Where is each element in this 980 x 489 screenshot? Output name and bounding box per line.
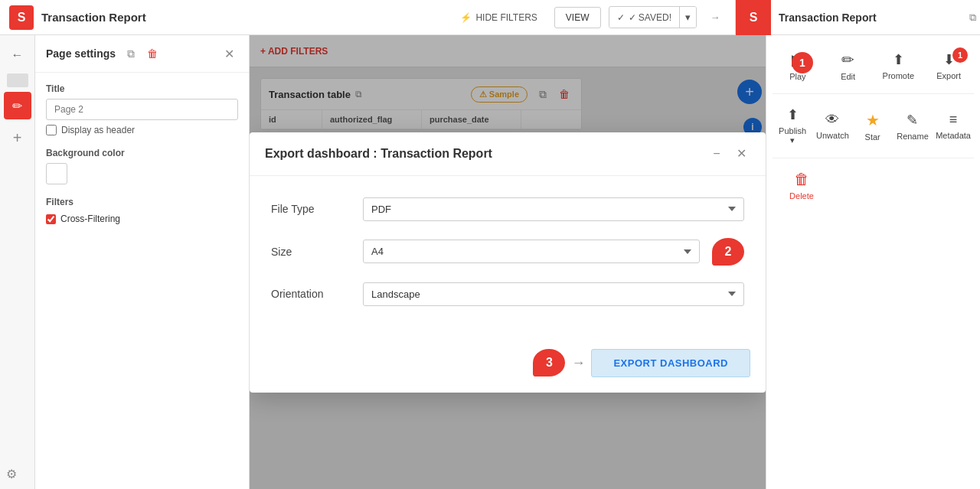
publish-label: Publish ▾ bbox=[776, 126, 809, 145]
toolbar-divider bbox=[773, 93, 974, 94]
title-field-label: Title bbox=[46, 83, 238, 94]
star-icon: ★ bbox=[866, 111, 880, 129]
export-button-row: 3 → EXPORT DASHBOARD bbox=[533, 349, 750, 377]
right-toolbar-delete-row: 🗑 Delete bbox=[766, 161, 980, 210]
metadata-icon: ≡ bbox=[949, 112, 958, 128]
color-swatch[interactable] bbox=[46, 163, 67, 184]
top-bar-right: S Transaction Report ⧉ bbox=[735, 0, 980, 34]
display-as-header-checkbox[interactable] bbox=[46, 125, 57, 135]
unwatch-label: Unwatch bbox=[816, 131, 849, 140]
toolbar-rename-button[interactable]: ✎ Rename bbox=[893, 100, 933, 152]
view-button[interactable]: VIEW bbox=[554, 7, 601, 28]
background-color-group: Background color bbox=[46, 148, 238, 184]
export-label: Export bbox=[936, 71, 961, 80]
saved-button[interactable]: ✓ ✓ SAVED! bbox=[609, 8, 679, 28]
right-page-title: Transaction Report bbox=[771, 11, 965, 24]
display-as-header-label: Display as header bbox=[61, 125, 135, 135]
toolbar-promote-button[interactable]: ⬆ Promote bbox=[874, 44, 924, 87]
toolbar-metadata-button[interactable]: ≡ Metadata bbox=[933, 100, 974, 152]
orientation-select[interactable]: Landscape Portrait bbox=[363, 282, 744, 306]
check-icon: ✓ bbox=[617, 12, 625, 23]
promote-icon: ⬆ bbox=[893, 51, 904, 68]
panel-delete-button[interactable]: 🗑 bbox=[143, 44, 162, 63]
title-input[interactable] bbox=[46, 99, 238, 120]
edit-label: Edit bbox=[841, 72, 855, 81]
top-bar: S Transaction Report ⚡ HIDE FILTERS VIEW… bbox=[0, 0, 980, 35]
modal-body: File Type PDF PNG CSV Size A4 A3 Letter bbox=[250, 176, 766, 338]
cross-filtering-checkbox[interactable] bbox=[46, 214, 56, 224]
toolbar-star-button[interactable]: ★ Star bbox=[853, 100, 893, 152]
size-label: Size bbox=[271, 246, 363, 258]
tutorial-badge-3: 3 bbox=[533, 349, 565, 377]
rename-icon: ✎ bbox=[906, 112, 918, 129]
modal-close-button[interactable]: ✕ bbox=[732, 145, 750, 163]
unwatch-icon: 👁 bbox=[825, 112, 839, 128]
file-type-label: File Type bbox=[271, 203, 363, 215]
star-label: Star bbox=[865, 132, 880, 142]
metadata-label: Metadata bbox=[936, 131, 971, 140]
right-toolbar: ▶ Play ✏ Edit ⬆ Promote 1 ⬇ Export bbox=[766, 35, 980, 489]
modal-header: Export dashboard : Transaction Report − … bbox=[250, 132, 766, 176]
size-row: Size A4 A3 Letter 2 bbox=[271, 238, 744, 266]
right-app-icon[interactable]: S bbox=[736, 0, 771, 35]
copy-icon[interactable]: ⧉ bbox=[965, 11, 980, 24]
navigate-arrow[interactable]: → bbox=[704, 7, 726, 28]
delete-label: Delete bbox=[789, 191, 814, 200]
toolbar-back-icon[interactable]: ← bbox=[4, 41, 31, 69]
left-toolbar: ← ✏ + ⚙ bbox=[0, 35, 35, 489]
right-toolbar-row2: ⬆ Publish ▾ 👁 Unwatch ★ Star ✎ Rename bbox=[766, 97, 980, 155]
content-area: + ADD FILTERS Transaction table ⧉ ⚠ Samp… bbox=[250, 35, 766, 489]
page-settings-panel: Page settings ⧉ 🗑 ✕ Title Display as hea… bbox=[35, 35, 250, 489]
display-as-header-row: Display as header bbox=[46, 125, 238, 135]
orientation-label: Orientation bbox=[271, 288, 363, 300]
panel-duplicate-button[interactable]: ⧉ bbox=[122, 44, 140, 63]
tutorial-badge-2: 2 bbox=[712, 238, 744, 266]
cross-filtering-label: Cross-Filtering bbox=[60, 214, 120, 224]
toolbar-export-button[interactable]: 1 ⬇ Export bbox=[923, 44, 974, 87]
panel-header: Page settings ⧉ 🗑 ✕ bbox=[35, 35, 249, 73]
toolbar-unwatch-button[interactable]: 👁 Unwatch bbox=[812, 100, 852, 152]
delete-icon: 🗑 bbox=[794, 171, 809, 188]
toolbar-delete-button[interactable]: 🗑 Delete bbox=[779, 165, 825, 207]
title-field-group: Title Display as header bbox=[46, 83, 238, 135]
export-dashboard-button[interactable]: EXPORT DASHBOARD bbox=[591, 349, 750, 377]
toolbar-pencil-icon[interactable]: ✏ bbox=[4, 92, 31, 119]
hide-filters-button[interactable]: ⚡ HIDE FILTERS bbox=[451, 8, 546, 28]
rename-label: Rename bbox=[897, 132, 929, 141]
chevron-down-icon: ▾ bbox=[685, 11, 691, 23]
modal-footer: 3 → EXPORT DASHBOARD bbox=[250, 338, 766, 393]
size-select[interactable]: A4 A3 Letter bbox=[363, 240, 700, 263]
background-color-label: Background color bbox=[46, 148, 238, 158]
panel-close-button[interactable]: ✕ bbox=[220, 44, 238, 63]
export-badge: 1 bbox=[952, 47, 968, 63]
panel-title: Page settings bbox=[46, 47, 116, 60]
toolbar-add-icon[interactable]: + bbox=[4, 124, 31, 152]
orientation-row: Orientation Landscape Portrait bbox=[271, 282, 744, 306]
tutorial-arrow-3: → bbox=[571, 355, 585, 371]
top-bar-left: S Transaction Report ⚡ HIDE FILTERS VIEW… bbox=[0, 5, 735, 30]
file-type-select[interactable]: PDF PNG CSV bbox=[363, 197, 744, 221]
toolbar-divider-2 bbox=[773, 158, 974, 158]
panel-content: Title Display as header Background color… bbox=[35, 73, 249, 235]
settings-icon[interactable]: ⚙ bbox=[6, 467, 17, 481]
page-title: Transaction Report bbox=[41, 11, 146, 24]
saved-dropdown-button[interactable]: ▾ bbox=[679, 7, 696, 28]
file-type-row: File Type PDF PNG CSV bbox=[271, 197, 744, 221]
publish-icon: ⬆ bbox=[787, 106, 799, 123]
toolbar-pages-icon[interactable] bbox=[7, 73, 28, 87]
main-layout: ← ✏ + ⚙ Page settings ⧉ 🗑 ✕ Title Dis bbox=[0, 35, 980, 489]
modal-overlay: Export dashboard : Transaction Report − … bbox=[250, 35, 766, 489]
filters-section: Filters Cross-Filtering bbox=[46, 197, 238, 224]
modal-header-actions: − ✕ bbox=[707, 145, 750, 163]
saved-button-group: ✓ ✓ SAVED! ▾ bbox=[609, 6, 697, 28]
promote-label: Promote bbox=[883, 71, 915, 80]
modal-minimize-button[interactable]: − bbox=[707, 145, 726, 163]
edit-icon: ✏ bbox=[841, 51, 854, 69]
toolbar-publish-button[interactable]: ⬆ Publish ▾ bbox=[773, 100, 812, 152]
export-modal: Export dashboard : Transaction Report − … bbox=[250, 132, 766, 393]
tutorial-badge-2-container: 2 bbox=[712, 238, 744, 266]
filters-label: Filters bbox=[46, 197, 238, 207]
toolbar-edit-button[interactable]: ✏ Edit bbox=[823, 44, 874, 87]
app-icon[interactable]: S bbox=[9, 5, 34, 30]
filter-icon: ⚡ bbox=[460, 12, 472, 23]
